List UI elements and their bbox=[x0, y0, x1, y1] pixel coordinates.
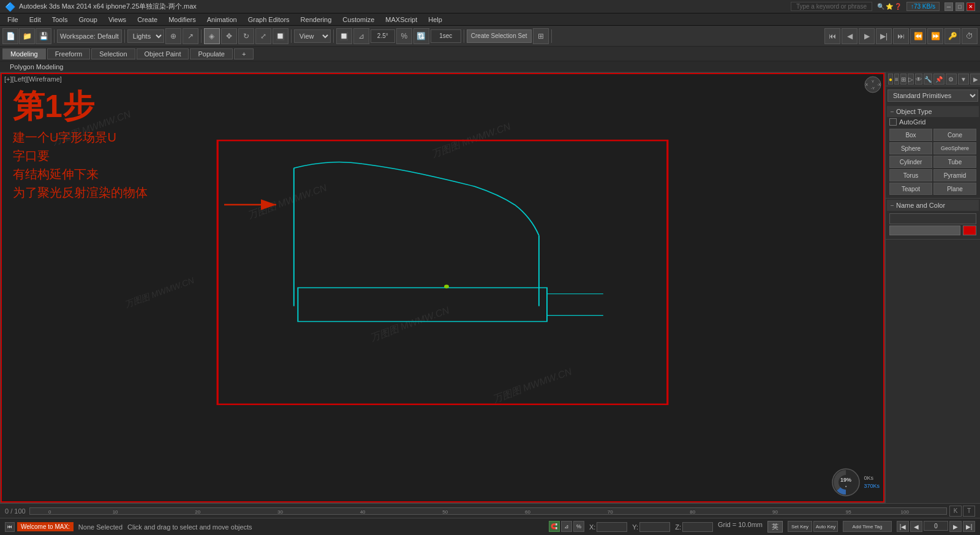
sphere-button[interactable]: Sphere bbox=[889, 142, 932, 154]
tube-button[interactable]: Tube bbox=[933, 156, 976, 168]
menu-help[interactable]: Help bbox=[423, 15, 447, 25]
y-coord-input[interactable] bbox=[639, 522, 670, 532]
autogrid-checkbox[interactable] bbox=[889, 118, 897, 126]
x-coord-input[interactable] bbox=[597, 522, 627, 532]
play-fwd-btn[interactable]: ⏭ bbox=[893, 28, 909, 44]
name-color-header[interactable]: – Name and Color bbox=[887, 200, 979, 211]
view-dropdown[interactable]: View bbox=[294, 29, 331, 43]
first-frame-btn[interactable]: |◀ bbox=[897, 521, 909, 532]
play-back-status-btn[interactable]: ⏮ bbox=[5, 522, 15, 532]
tab-extra[interactable]: + bbox=[234, 48, 254, 59]
menu-views[interactable]: Views bbox=[104, 15, 131, 25]
window-controls[interactable]: ─ □ ✕ bbox=[944, 2, 975, 11]
z-coord-input[interactable] bbox=[682, 522, 713, 532]
object-type-header[interactable]: – Object Type bbox=[887, 106, 979, 117]
auto-key-btn[interactable]: Auto Key bbox=[813, 521, 838, 532]
menu-edit[interactable]: Edit bbox=[24, 15, 46, 25]
new-file-button[interactable]: 📄 bbox=[2, 28, 18, 44]
viewport-area[interactable]: [+][Left][Wireframe] Y -Y X -X 万图图 MWMW.… bbox=[0, 72, 885, 503]
tab-object-paint[interactable]: Object Paint bbox=[137, 48, 189, 59]
tab-populate[interactable]: Populate bbox=[190, 48, 232, 59]
cylinder-button[interactable]: Cylinder bbox=[889, 156, 932, 168]
percent-btn[interactable]: % bbox=[396, 28, 412, 44]
timeline-track[interactable]: 0 10 20 30 40 50 60 70 80 90 95 100 bbox=[29, 507, 947, 515]
next-frame-btn[interactable]: ▶| bbox=[876, 28, 892, 44]
menu-create[interactable]: Create bbox=[132, 15, 162, 25]
time-config-btn[interactable]: ⏱ bbox=[962, 28, 978, 44]
panel-icon-expand[interactable]: ▶ bbox=[970, 74, 980, 85]
move-button[interactable]: ✥ bbox=[221, 28, 237, 44]
menu-modifiers[interactable]: Modifiers bbox=[164, 15, 201, 25]
color-swatch[interactable] bbox=[889, 226, 960, 235]
add-time-tag-btn[interactable]: Add Time Tag bbox=[843, 521, 892, 532]
menu-group[interactable]: Group bbox=[74, 15, 102, 25]
menu-graph-editors[interactable]: Graph Editors bbox=[243, 15, 295, 25]
menu-customize[interactable]: Customize bbox=[337, 15, 379, 25]
maximize-button[interactable]: □ bbox=[956, 2, 964, 11]
play-rev-btn[interactable]: ⏪ bbox=[910, 28, 926, 44]
panel-icon-pin[interactable]: 📌 bbox=[933, 74, 944, 85]
menu-rendering[interactable]: Rendering bbox=[296, 15, 337, 25]
create-selection-button[interactable]: Create Selection Set bbox=[467, 29, 532, 43]
color-swatch-red[interactable] bbox=[963, 226, 976, 235]
current-frame-input[interactable] bbox=[924, 521, 948, 531]
plane-button[interactable]: Plane bbox=[933, 183, 976, 195]
tab-modeling[interactable]: Modeling bbox=[2, 48, 46, 59]
snap-button[interactable]: 🔲 bbox=[336, 28, 352, 44]
torus-button[interactable]: Torus bbox=[889, 169, 932, 181]
key-btn[interactable]: 🔑 bbox=[944, 28, 960, 44]
panel-icon-display[interactable]: 👁 bbox=[915, 74, 922, 85]
panel-icon-utility[interactable]: 🔧 bbox=[924, 74, 932, 85]
language-button[interactable]: 英 bbox=[767, 521, 783, 533]
panel-icon-hierarchy[interactable]: ⊞ bbox=[900, 74, 907, 85]
next-anim-frame-btn[interactable]: ▶ bbox=[949, 521, 962, 532]
main-layout: [+][Left][Wireframe] Y -Y X -X 万图图 MWMW.… bbox=[0, 72, 980, 503]
minimize-button[interactable]: ─ bbox=[944, 2, 953, 11]
panel-icon-sphere[interactable]: ● bbox=[888, 74, 893, 85]
close-button[interactable]: ✕ bbox=[967, 2, 975, 11]
scale-button[interactable]: ⤢ bbox=[255, 28, 271, 44]
rotate-button[interactable]: ↻ bbox=[238, 28, 254, 44]
panel-icon-config[interactable]: ⚙ bbox=[946, 74, 957, 85]
prev-frame-btn[interactable]: ◀ bbox=[842, 28, 858, 44]
tool-btn-1[interactable]: ⊕ bbox=[165, 28, 181, 44]
menu-tools[interactable]: Tools bbox=[47, 15, 73, 25]
panel-icon-motion[interactable]: ▷ bbox=[908, 74, 914, 85]
name-input-field[interactable] bbox=[889, 213, 976, 224]
set-key-btn[interactable]: Set Key bbox=[788, 521, 812, 532]
play-btn[interactable]: ▶ bbox=[859, 28, 875, 44]
panel-icon-collapse[interactable]: ▼ bbox=[958, 74, 969, 85]
teapot-button[interactable]: Teapot bbox=[889, 183, 932, 195]
tool-btn-2[interactable]: ↗ bbox=[183, 28, 198, 44]
save-file-button[interactable]: 💾 bbox=[36, 28, 51, 44]
play-back-btn[interactable]: ⏮ bbox=[824, 28, 840, 44]
select-button[interactable]: ◈ bbox=[204, 28, 220, 44]
layers-btn[interactable]: ⊞ bbox=[533, 28, 549, 44]
welcome-label[interactable]: Welcome to MAX: bbox=[17, 522, 74, 531]
tab-selection[interactable]: Selection bbox=[91, 48, 135, 59]
primitives-dropdown[interactable]: Standard Primitives bbox=[888, 89, 978, 102]
tab-freeform[interactable]: Freeform bbox=[47, 48, 91, 59]
render-button[interactable]: 🔲 bbox=[273, 28, 288, 44]
angle-snap-button[interactable]: ⊿ bbox=[353, 28, 369, 44]
play-fwd2-btn[interactable]: ⏩ bbox=[927, 28, 943, 44]
workspace-dropdown[interactable]: Workspace: Default bbox=[57, 29, 122, 43]
angle-status-btn[interactable]: ⊿ bbox=[561, 521, 572, 532]
geosphere-button[interactable]: GeoSphere bbox=[933, 142, 976, 154]
key-mode-btn[interactable]: K bbox=[949, 506, 962, 517]
pyramid-button[interactable]: Pyramid bbox=[933, 169, 976, 181]
lights-dropdown[interactable]: Lights bbox=[127, 29, 164, 43]
box-button[interactable]: Box bbox=[889, 129, 932, 141]
menu-file[interactable]: File bbox=[2, 15, 23, 25]
open-file-button[interactable]: 📁 bbox=[19, 28, 35, 44]
menu-maxscript[interactable]: MAXScript bbox=[380, 15, 422, 25]
time-slider-btn[interactable]: T bbox=[963, 506, 975, 517]
menu-animation[interactable]: Animation bbox=[202, 15, 242, 25]
snap-status-btn[interactable]: 🧲 bbox=[549, 521, 560, 532]
spinner-btn[interactable]: 🔃 bbox=[413, 28, 429, 44]
last-frame-btn[interactable]: ▶| bbox=[963, 521, 975, 532]
prev-anim-frame-btn[interactable]: ◀ bbox=[910, 521, 922, 532]
cone-button[interactable]: Cone bbox=[933, 129, 976, 141]
panel-icon-modifier[interactable]: ≡ bbox=[894, 74, 899, 85]
percent-status-btn[interactable]: % bbox=[573, 521, 584, 532]
